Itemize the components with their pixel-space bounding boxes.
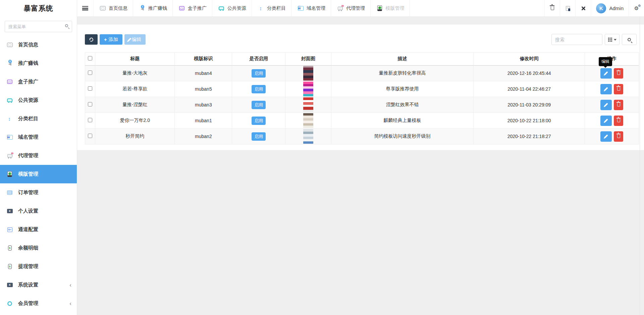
column-header: 模版标识 [175, 53, 232, 65]
row-description: 量推新皮肤转化率很高 [331, 65, 473, 81]
sidebar-item-label: 首页信息 [18, 42, 38, 48]
tab-label: 推广赚钱 [148, 5, 167, 11]
edit-button[interactable] [600, 116, 612, 126]
sidebar-item-agent-manage[interactable]: 代理管理 [0, 146, 77, 165]
sidebar-item-withdraw-manage[interactable]: 提现管理 [0, 257, 77, 276]
tab-template-manage[interactable]: 模版管理 [370, 0, 410, 16]
cover-thumbnail[interactable] [303, 66, 313, 81]
sidebar-item-order-manage[interactable]: 订单管理 [0, 183, 77, 202]
page-content: +添加 编辑 [77, 17, 644, 315]
order-icon [7, 190, 12, 195]
user-menu[interactable]: K Admin [591, 0, 629, 16]
sidebar-search-input[interactable] [5, 21, 72, 32]
column-header: 修改时间 [474, 53, 585, 65]
column-header: 描述 [331, 53, 473, 65]
cover-thumbnail[interactable] [303, 97, 313, 112]
sidebar-item-personal-settings[interactable]: 个人设置 [0, 202, 77, 220]
tab-box-promote[interactable]: 盒子推广 [172, 0, 212, 16]
row-checkbox[interactable] [88, 71, 92, 75]
enabled-badge: 启用 [252, 117, 266, 125]
sidebar-item-label: 代理管理 [18, 152, 38, 159]
delete-button[interactable] [614, 131, 623, 142]
refresh-button[interactable] [85, 34, 98, 45]
delete-button[interactable] [614, 100, 623, 110]
sidebar-item-label: 域名管理 [18, 134, 38, 140]
sidebar-item-public-resource[interactable]: 公共资源 [0, 91, 77, 109]
table-body: 量推-大地灰 muban4 启用 量推新皮肤转化率很高 2020-12-16 2… [85, 65, 639, 144]
enabled-badge: 启用 [252, 101, 266, 109]
tab-category-column[interactable]: 分类栏目 [252, 0, 291, 16]
enabled-badge: 启用 [252, 85, 266, 93]
cover-thumbnail[interactable] [303, 113, 313, 128]
tab-home-info[interactable]: 首页信息 [93, 0, 133, 16]
edit-toolbar-button[interactable]: 编辑 [124, 34, 146, 45]
columns-dropdown-button[interactable] [605, 34, 620, 45]
sidebar-search [5, 21, 72, 32]
select-all-checkbox[interactable] [88, 56, 92, 60]
add-button[interactable]: +添加 [100, 34, 122, 45]
tab-agent-manage[interactable]: 代理管理 [331, 0, 370, 16]
sidebar-item-template-manage[interactable]: 模版管理 [0, 165, 77, 183]
cover-thumbnail[interactable] [303, 129, 313, 144]
pencil-icon [604, 87, 608, 91]
sidebar: 暴富系统 首页信息 推广赚钱 盒子推广 公共资源 分类栏目 域名管理 代理管理 [0, 0, 77, 315]
sidebar-item-box-promote[interactable]: 盒子推广 [0, 73, 77, 91]
sidebar-item-home-info[interactable]: 首页信息 [0, 36, 77, 54]
edit-button[interactable] [600, 84, 612, 94]
sidebar-item-label: 余额明细 [18, 245, 38, 251]
tv-icon [100, 6, 106, 10]
row-title: 爱你一万年2.0 [95, 113, 175, 129]
row-description: 尊享版推荐使用 [331, 81, 473, 97]
row-checkbox[interactable] [88, 102, 92, 106]
scrollbar-track [640, 17, 640, 315]
edit-button[interactable] [600, 100, 612, 110]
tab-promote-earn[interactable]: 推广赚钱 [133, 0, 172, 16]
notes-button[interactable] [560, 0, 575, 16]
edit-button[interactable] [600, 68, 612, 79]
tab-public-resource[interactable]: 公共资源 [212, 0, 252, 16]
trash-icon [617, 72, 620, 75]
menu-toggle-button[interactable] [77, 0, 93, 16]
edit-button[interactable] [600, 131, 612, 142]
sidebar-item-category-column[interactable]: 分类栏目 [0, 109, 77, 128]
trash-icon [617, 135, 620, 138]
table-search-input[interactable] [551, 34, 602, 45]
pencil-icon [604, 72, 608, 75]
cart-icon [7, 154, 12, 158]
delete-button[interactable] [614, 84, 623, 94]
row-checkbox[interactable] [88, 86, 92, 91]
domain-icon [7, 135, 13, 140]
row-template-key: muban4 [175, 65, 232, 81]
sidebar-menu: 首页信息 推广赚钱 盒子推广 公共资源 分类栏目 域名管理 代理管理 模版管理 [0, 36, 77, 315]
sidebar-item-label: 提现管理 [18, 263, 38, 270]
row-modified-time: 2020-11-04 22:46:27 [474, 81, 585, 97]
tab-domain-manage[interactable]: 域名管理 [291, 0, 331, 16]
sidebar-item-member-manage[interactable]: 会员管理 ‹ [0, 294, 77, 313]
row-checkbox[interactable] [88, 134, 92, 138]
tools-icon [7, 209, 13, 213]
sidebar-item-channel-config[interactable]: 通道配置 [0, 220, 77, 239]
tab-label: 域名管理 [307, 5, 325, 11]
box-icon [7, 80, 12, 84]
row-template-key: muban5 [175, 81, 232, 97]
table-search-button[interactable] [622, 34, 637, 45]
fullscreen-button[interactable] [575, 0, 591, 16]
sidebar-item-system-settings[interactable]: 系统设置 ‹ [0, 276, 77, 294]
sidebar-item-domain-manage[interactable]: 域名管理 [0, 128, 77, 146]
settings-button[interactable]: ⚙⚙ [629, 0, 644, 16]
delete-button[interactable] [614, 68, 623, 79]
row-modified-time: 2020-10-22 21:18:00 [474, 113, 585, 129]
cover-thumbnail[interactable] [303, 82, 313, 96]
sidebar-item-label: 分类栏目 [18, 116, 38, 122]
sidebar-item-balance-detail[interactable]: 余额明细 [0, 239, 77, 257]
megaphone-icon [141, 6, 144, 11]
column-header: 标题 [95, 53, 175, 65]
sidebar-item-promote-earn[interactable]: 推广赚钱 [0, 54, 77, 73]
row-checkbox[interactable] [88, 118, 92, 122]
clear-cache-button[interactable] [544, 0, 560, 16]
sort-icon [8, 116, 11, 122]
column-header: 封面图 [285, 53, 331, 65]
delete-button[interactable] [614, 116, 623, 126]
caret-down-icon [614, 39, 616, 41]
withdraw-icon [8, 264, 12, 269]
